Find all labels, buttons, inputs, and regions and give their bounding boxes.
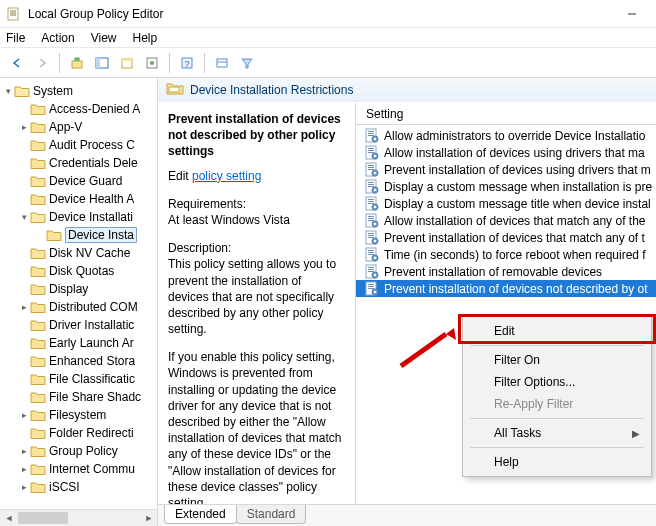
tree-node[interactable]: ▾Device Installati	[0, 208, 157, 226]
export-list-button[interactable]	[116, 52, 138, 74]
scroll-right-icon[interactable]: ►	[142, 511, 156, 525]
tree-node[interactable]: Device Health A	[0, 190, 157, 208]
chevron-right-icon[interactable]: ▸	[18, 302, 30, 312]
settings-row[interactable]: Prevent installation of devices not desc…	[356, 280, 656, 297]
show-tree-button[interactable]	[91, 52, 113, 74]
tree-node[interactable]: ▸Filesystem	[0, 406, 157, 424]
tree-node[interactable]: ▸Internet Commu	[0, 460, 157, 478]
minimize-button[interactable]	[614, 0, 650, 28]
chevron-right-icon[interactable]: ▸	[18, 464, 30, 474]
column-header-setting[interactable]: Setting	[356, 103, 656, 125]
settings-row[interactable]: Display a custom message title when devi…	[356, 195, 656, 212]
tree-node-label: File Share Shadc	[49, 390, 141, 404]
tree-node[interactable]: File Share Shadc	[0, 388, 157, 406]
filter-icon-button[interactable]	[211, 52, 233, 74]
menu-file[interactable]: File	[6, 31, 25, 45]
svg-rect-74	[368, 288, 374, 289]
svg-rect-34	[374, 172, 376, 174]
content-header: Device Installation Restrictions	[158, 78, 656, 102]
tree-node[interactable]: Driver Installatic	[0, 316, 157, 334]
chevron-right-icon[interactable]: ▸	[18, 122, 30, 132]
ctx-filter-on[interactable]: Filter On	[466, 349, 648, 371]
description-pane: Prevent installation of devices not desc…	[158, 103, 356, 504]
tree-node[interactable]: Audit Process C	[0, 136, 157, 154]
tree-h-scrollbar[interactable]: ◄ ►	[0, 509, 158, 526]
tree-node[interactable]: Device Guard	[0, 172, 157, 190]
tree-node[interactable]: ▸Distributed COM	[0, 298, 157, 316]
folder-icon	[46, 228, 62, 242]
tree-node[interactable]: Credentials Dele	[0, 154, 157, 172]
tree-node[interactable]: Early Launch Ar	[0, 334, 157, 352]
edit-policy-link[interactable]: policy setting	[192, 169, 261, 183]
settings-row[interactable]: Time (in seconds) to force reboot when r…	[356, 246, 656, 263]
settings-row[interactable]: Allow installation of devices that match…	[356, 212, 656, 229]
tree-node[interactable]: Enhanced Stora	[0, 352, 157, 370]
svg-rect-73	[368, 286, 374, 287]
help-button[interactable]: ?	[176, 52, 198, 74]
tree-node-label: Credentials Dele	[49, 156, 138, 170]
content-title: Device Installation Restrictions	[190, 83, 353, 97]
tree-node[interactable]: Disk NV Cache	[0, 244, 157, 262]
ctx-reapply-filter: Re-Apply Filter	[466, 393, 648, 415]
chevron-right-icon[interactable]: ▸	[18, 446, 30, 456]
tree-node[interactable]: Device Insta	[0, 226, 157, 244]
tree-node[interactable]: Access-Denied A	[0, 100, 157, 118]
tree-node-label: Internet Commu	[49, 462, 135, 476]
settings-row-label: Display a custom message when installati…	[384, 180, 652, 194]
ctx-edit[interactable]: Edit	[466, 320, 648, 342]
folder-icon	[30, 138, 46, 152]
tree-node[interactable]: Disk Quotas	[0, 262, 157, 280]
svg-rect-64	[374, 257, 376, 259]
ctx-help[interactable]: Help	[466, 451, 648, 473]
nav-back-button[interactable]	[6, 52, 28, 74]
settings-row[interactable]: Prevent installation of devices that mat…	[356, 229, 656, 246]
folder-icon	[30, 300, 46, 314]
up-folder-button[interactable]	[66, 52, 88, 74]
tree-node[interactable]: ▸App-V	[0, 118, 157, 136]
tree-node[interactable]: ▸iSCSI	[0, 478, 157, 496]
svg-rect-49	[368, 218, 374, 219]
selected-policy-name: Prevent installation of devices not desc…	[168, 111, 345, 160]
submenu-arrow-icon: ▶	[632, 428, 640, 439]
chevron-right-icon[interactable]: ▸	[18, 482, 30, 492]
svg-rect-68	[368, 271, 374, 272]
ctx-all-tasks[interactable]: All Tasks▶	[466, 422, 648, 444]
tree-pane[interactable]: ▾SystemAccess-Denied A▸App-VAudit Proces…	[0, 78, 158, 526]
folder-icon	[30, 390, 46, 404]
scroll-left-icon[interactable]: ◄	[2, 511, 16, 525]
tree-node[interactable]: Folder Redirecti	[0, 424, 157, 442]
nav-forward-button[interactable]	[31, 52, 53, 74]
menu-view[interactable]: View	[91, 31, 117, 45]
settings-row[interactable]: Prevent installation of devices using dr…	[356, 161, 656, 178]
svg-rect-55	[368, 235, 374, 236]
tree-node[interactable]: Display	[0, 280, 157, 298]
tree-node[interactable]: ▸Group Policy	[0, 442, 157, 460]
tab-standard[interactable]: Standard	[236, 505, 307, 524]
policy-icon	[364, 162, 380, 178]
chevron-down-icon[interactable]: ▾	[18, 212, 30, 222]
tree-node[interactable]: File Classificatic	[0, 370, 157, 388]
policy-icon	[364, 196, 380, 212]
chevron-right-icon[interactable]: ▸	[18, 410, 30, 420]
chevron-down-icon[interactable]: ▾	[2, 86, 14, 96]
svg-rect-40	[374, 189, 376, 191]
ctx-filter-options[interactable]: Filter Options...	[466, 371, 648, 393]
menu-action[interactable]: Action	[41, 31, 74, 45]
folder-icon	[30, 480, 46, 494]
tab-extended[interactable]: Extended	[164, 505, 237, 524]
funnel-icon-button[interactable]	[236, 52, 258, 74]
settings-row[interactable]: Prevent installation of removable device…	[356, 263, 656, 280]
toolbar: ?	[0, 48, 656, 78]
menu-help[interactable]: Help	[133, 31, 158, 45]
svg-rect-22	[374, 138, 376, 140]
settings-row[interactable]: Display a custom message when installati…	[356, 178, 656, 195]
titlebar: Local Group Policy Editor	[0, 0, 656, 28]
settings-row[interactable]: Allow administrators to override Device …	[356, 127, 656, 144]
folder-icon	[30, 210, 46, 224]
settings-row[interactable]: Allow installation of devices using driv…	[356, 144, 656, 161]
toolbar-separator	[59, 53, 60, 73]
tree-root[interactable]: ▾System	[0, 82, 157, 100]
tree-node-label: Folder Redirecti	[49, 426, 134, 440]
properties-button[interactable]	[141, 52, 163, 74]
tree-node-label: Disk NV Cache	[49, 246, 130, 260]
